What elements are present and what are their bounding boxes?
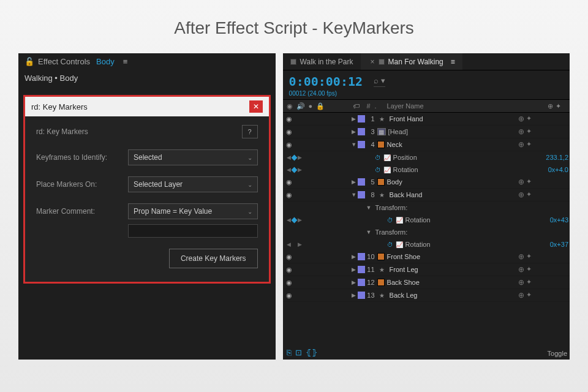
solo-header-icon[interactable]: ● xyxy=(309,102,313,110)
fx-header-icon[interactable]: ✦ xyxy=(556,102,561,110)
layer-row[interactable]: ◉▶5Body⊕✦ xyxy=(283,176,570,189)
layer-row[interactable]: ◉▶10Front Shoe⊕✦ xyxy=(283,251,570,263)
collapse-icon[interactable]: ✦ xyxy=(526,115,532,123)
eye-header-icon[interactable]: ◉ xyxy=(287,102,293,110)
timecode[interactable]: 0:00:00:12 xyxy=(289,74,363,89)
visibility-toggle[interactable]: ◉ xyxy=(285,128,293,136)
collapse-icon[interactable]: ✦ xyxy=(526,252,532,261)
shy-icon[interactable]: ⊕ xyxy=(518,252,524,261)
tag-header-icon[interactable]: 🏷 xyxy=(350,102,363,110)
shy-icon[interactable]: ⊕ xyxy=(518,265,524,274)
property-value[interactable]: 0x+43 xyxy=(540,216,570,224)
create-key-markers-button[interactable]: Create Key Markers xyxy=(169,249,258,268)
keyframe-diamond-icon[interactable] xyxy=(291,217,297,223)
keyframe-diamond-icon[interactable] xyxy=(291,154,297,160)
shy-icon[interactable]: ⊕ xyxy=(518,190,524,199)
graph-icon[interactable]: 📈 xyxy=(396,217,403,224)
label-color[interactable] xyxy=(358,279,365,286)
expand-triangle-icon[interactable]: ▶ xyxy=(350,279,358,285)
transform-group[interactable]: ▼Transform: xyxy=(283,226,570,238)
layer-name[interactable]: Front Leg xyxy=(387,266,510,273)
label-color[interactable] xyxy=(358,128,365,135)
property-row[interactable]: ◀▶⏱📈Rotation0x+4.0 xyxy=(283,164,570,176)
frame-blend-icon[interactable]: ⊡ xyxy=(295,348,302,357)
label-color[interactable] xyxy=(358,178,365,186)
tab-man-for-walking[interactable]: × Man For Walking ≡ xyxy=(361,53,462,70)
collapse-icon[interactable]: ✦ xyxy=(526,127,532,136)
collapse-icon[interactable]: ✦ xyxy=(526,278,532,287)
shy-icon[interactable]: ⊕ xyxy=(518,178,524,186)
render-queue-icon[interactable]: ⎘ xyxy=(287,348,292,357)
label-color[interactable] xyxy=(358,266,365,273)
visibility-toggle[interactable]: ◉ xyxy=(285,191,293,199)
property-row[interactable]: ◀▶⏱📈Position233.1,2 xyxy=(283,151,570,164)
graph-icon[interactable]: 📈 xyxy=(383,154,391,161)
layer-row[interactable]: ◉▶1★Front Hand⊕✦ xyxy=(283,113,570,126)
layer-name[interactable]: Body xyxy=(385,178,510,186)
layer-name[interactable]: Neck xyxy=(385,141,510,148)
dialog-close-button[interactable]: ✕ xyxy=(249,100,263,113)
help-button[interactable]: ? xyxy=(242,125,258,138)
visibility-toggle[interactable]: ◉ xyxy=(285,115,293,123)
shy-icon[interactable]: ⊕ xyxy=(518,140,524,149)
timeline-search[interactable]: ⌕▾ xyxy=(374,76,385,87)
visibility-toggle[interactable]: ◉ xyxy=(285,292,293,300)
toggle-switches-button[interactable]: Toggle xyxy=(548,350,567,357)
expand-triangle-icon[interactable]: ▶ xyxy=(350,116,358,122)
graph-icon[interactable]: 📈 xyxy=(383,167,391,173)
property-value[interactable]: 233.1,2 xyxy=(540,154,570,161)
lock-open-icon[interactable]: 🔓 xyxy=(24,57,32,66)
motion-blur-icon[interactable]: ⦃⦄ xyxy=(306,348,318,357)
visibility-toggle[interactable]: ◉ xyxy=(285,279,293,287)
tab-close-icon[interactable]: × xyxy=(371,58,375,66)
expand-triangle-icon[interactable]: ▶ xyxy=(350,254,358,260)
expand-triangle-icon[interactable]: ▼ xyxy=(366,205,372,211)
layer-name[interactable]: Back Hand xyxy=(387,191,510,198)
shy-header-icon[interactable]: ⊕ xyxy=(548,102,553,110)
label-color[interactable] xyxy=(358,292,365,299)
expand-triangle-icon[interactable]: ▶ xyxy=(350,129,358,135)
collapse-icon[interactable]: ✦ xyxy=(526,265,532,274)
collapse-icon[interactable]: ✦ xyxy=(526,140,532,149)
layer-row[interactable]: ◉▶3▦[Head]⊕✦ xyxy=(283,126,570,138)
collapse-icon[interactable]: ✦ xyxy=(526,178,532,186)
layer-name[interactable]: [Head] xyxy=(386,128,510,135)
layer-row[interactable]: ◉▼8★Back Hand⊕✦ xyxy=(283,189,570,202)
visibility-toggle[interactable]: ◉ xyxy=(285,141,293,149)
property-value[interactable]: 0x+37 xyxy=(540,241,570,248)
layer-row[interactable]: ◉▼4Neck⊕✦ xyxy=(283,138,570,151)
lock-header-icon[interactable]: 🔒 xyxy=(316,102,325,110)
stopwatch-icon[interactable]: ⏱ xyxy=(375,154,381,161)
expand-triangle-icon[interactable]: ▼ xyxy=(366,229,372,235)
collapse-icon[interactable]: ✦ xyxy=(526,190,532,199)
label-color[interactable] xyxy=(358,191,365,198)
expand-triangle-icon[interactable]: ▼ xyxy=(350,141,358,148)
graph-icon[interactable]: 📈 xyxy=(396,241,403,248)
tab-walk-in-park[interactable]: Walk in the Park xyxy=(283,53,361,70)
expand-triangle-icon[interactable]: ▶ xyxy=(350,292,358,298)
panel-menu-icon[interactable]: ≡ xyxy=(451,58,455,66)
panel-menu-icon[interactable]: ≡ xyxy=(123,57,128,66)
label-color[interactable] xyxy=(358,141,365,148)
place-select[interactable]: Selected Layer ⌄ xyxy=(128,176,258,192)
transform-group[interactable]: ▼Transform: xyxy=(283,202,570,214)
layer-name[interactable]: Back Shoe xyxy=(385,279,510,286)
property-row[interactable]: ◀▶⏱📈Rotation0x+37 xyxy=(283,238,570,251)
shy-icon[interactable]: ⊕ xyxy=(518,291,524,300)
comment-custom-input[interactable] xyxy=(128,224,258,238)
label-color[interactable] xyxy=(358,253,365,260)
expand-triangle-icon[interactable]: ▶ xyxy=(350,179,358,185)
shy-icon[interactable]: ⊕ xyxy=(518,127,524,136)
property-row[interactable]: ◀▶⏱📈Rotation0x+43 xyxy=(283,214,570,226)
shy-icon[interactable]: ⊕ xyxy=(518,278,524,287)
layer-row[interactable]: ◉▶12Back Shoe⊕✦ xyxy=(283,276,570,289)
visibility-toggle[interactable]: ◉ xyxy=(285,266,293,274)
label-color[interactable] xyxy=(358,115,365,123)
expand-triangle-icon[interactable]: ▶ xyxy=(350,266,358,273)
layer-row[interactable]: ◉▶13★Back Leg⊕✦ xyxy=(283,289,570,302)
layer-row[interactable]: ◉▶11★Front Leg⊕✦ xyxy=(283,263,570,276)
layer-name[interactable]: Back Leg xyxy=(387,292,510,299)
collapse-icon[interactable]: ✦ xyxy=(526,291,532,300)
stopwatch-icon[interactable]: ⏱ xyxy=(387,241,393,248)
stopwatch-icon[interactable]: ⏱ xyxy=(375,167,381,173)
